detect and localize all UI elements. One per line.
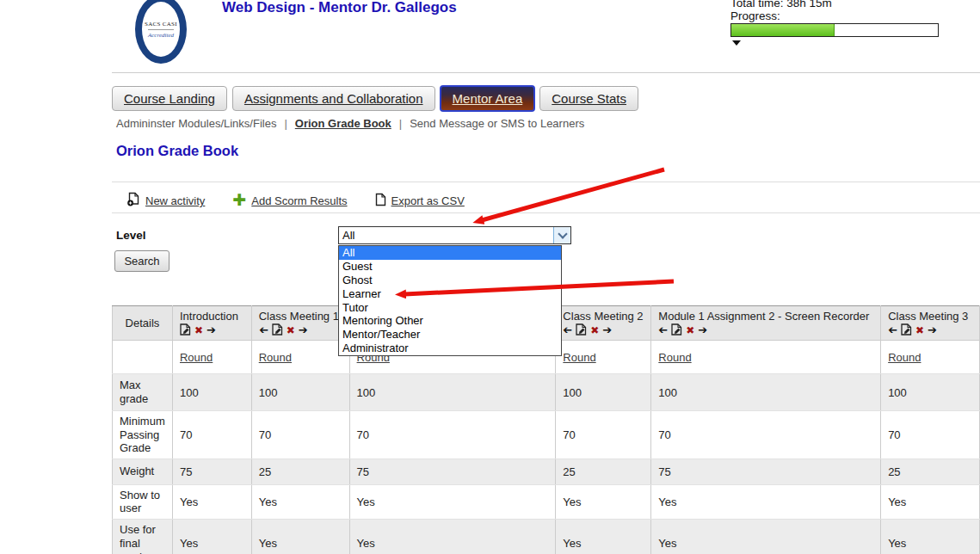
column-actions: ✖➔: [180, 324, 244, 336]
value-cell: 75: [172, 459, 251, 484]
option-mentoring-other[interactable]: Mentoring Other: [339, 314, 561, 328]
value-cell: 100: [349, 374, 556, 411]
option-tutor[interactable]: Tutor: [339, 301, 561, 315]
edit-activity-icon[interactable]: [272, 323, 283, 338]
move-left-icon[interactable]: ➔: [563, 325, 572, 335]
move-right-icon[interactable]: ➔: [206, 325, 216, 335]
csv-file-icon: [375, 193, 386, 210]
column-title: Class Meeting 3: [888, 310, 972, 323]
delete-activity-icon[interactable]: ✖: [686, 325, 694, 335]
edit-activity-icon[interactable]: [180, 323, 191, 338]
column-title: Class Meeting 1: [259, 310, 342, 323]
row-label: Max grade: [113, 374, 173, 411]
column-actions: ➔✖➔: [658, 324, 873, 336]
value-cell: Yes: [251, 484, 349, 519]
value-cell: 100: [172, 374, 251, 411]
badge-line2: Accredited: [148, 32, 174, 39]
course-title: Web Design - Mentor Dr. Gallegos: [222, 0, 457, 16]
row-label: Weight: [113, 459, 173, 484]
move-left-icon[interactable]: ➔: [888, 325, 897, 335]
search-button[interactable]: Search: [114, 250, 169, 272]
value-cell: Yes: [881, 484, 980, 519]
header-divider: [112, 72, 980, 73]
page: { "header": { "logo": {"line1": "SACS CA…: [0, 0, 980, 554]
row-label: Minimum Passing Grade: [113, 411, 173, 459]
edit-activity-icon[interactable]: [671, 323, 682, 338]
column-actions: ➔✖➔: [888, 324, 972, 336]
progress-bar: [730, 23, 939, 37]
delete-activity-icon[interactable]: ✖: [287, 325, 295, 335]
delete-activity-icon[interactable]: ✖: [194, 325, 203, 335]
value-cell: Yes: [556, 484, 651, 519]
value-cell: 70: [556, 411, 651, 459]
value-cell: 100: [556, 374, 651, 411]
delete-activity-icon[interactable]: ✖: [590, 325, 599, 335]
row-label-text: Show to user: [120, 489, 165, 515]
tab-label: Mentor Area: [453, 91, 523, 106]
round-link[interactable]: Round: [180, 351, 213, 364]
export-as-csv-link[interactable]: Export as CSV: [375, 193, 465, 210]
toolbar-link-label: Export as CSV: [391, 194, 465, 207]
tab-course-stats[interactable]: Course Stats: [539, 86, 638, 111]
value-cell: 70: [172, 411, 251, 459]
caret-down-icon[interactable]: [732, 40, 741, 46]
column-title: Class Meeting 2: [563, 310, 644, 323]
table-row-max-grade: Max grade100100100100100100: [113, 374, 980, 411]
round-link[interactable]: Round: [658, 351, 691, 364]
value-cell: 100: [881, 374, 980, 411]
tab-assignments-and-collaboration[interactable]: Assignments and Collaboration: [232, 86, 435, 111]
value-cell: 100: [651, 374, 881, 411]
option-guest[interactable]: Guest: [339, 260, 561, 274]
round-link[interactable]: Round: [259, 351, 292, 364]
toolbar-link-label: Add Scorm Results: [251, 194, 347, 207]
delete-activity-icon[interactable]: ✖: [915, 325, 924, 335]
move-left-icon[interactable]: ➔: [658, 325, 668, 335]
row-label: Use for final grade: [113, 519, 173, 554]
subnav-item-send-message-or-sms-to-learners[interactable]: Send Message or SMS to Learners: [410, 117, 584, 130]
toolbar-link-label: New activity: [145, 194, 205, 207]
subnav-item-admininster-modules-links-files[interactable]: Admininster Modules/Links/Files: [116, 117, 276, 130]
move-right-icon[interactable]: ➔: [928, 325, 937, 335]
round-link[interactable]: Round: [888, 351, 921, 364]
option-learner[interactable]: Learner: [339, 287, 561, 301]
subnav-separator: |: [284, 117, 287, 130]
tab-course-landing[interactable]: Course Landing: [112, 86, 227, 111]
table-row-weight: Weight752575257525: [113, 459, 980, 484]
level-select[interactable]: All: [338, 226, 571, 244]
value-cell: Yes: [556, 519, 651, 554]
round-link[interactable]: Round: [563, 351, 595, 364]
option-administrator[interactable]: Administrator: [339, 342, 561, 355]
column-header-class-meeting-2: Class Meeting 2➔✖➔: [556, 306, 651, 341]
column-header-module-1-assignment-2-screen-recorder: Module 1 Assignment 2 - Screen Recorder➔…: [651, 306, 881, 341]
row-label-text: Minimum Passing Grade: [120, 415, 165, 455]
new-activity-link[interactable]: New activity: [127, 192, 205, 210]
toolbar-divider-top: [112, 182, 980, 182]
sacs-casi-accreditation-badge: SACS CASI Accredited: [135, 0, 187, 64]
add-scorm-results-link[interactable]: ✚Add Scorm Results: [232, 194, 347, 209]
option-ghost[interactable]: Ghost: [339, 274, 561, 287]
toolbar-divider-bottom: [112, 212, 980, 213]
edit-activity-icon[interactable]: [901, 323, 912, 338]
total-time-text: Total time: 38h 15m: [730, 0, 832, 9]
edit-activity-icon[interactable]: [576, 323, 587, 338]
row-label-text: Max grade: [120, 379, 165, 405]
subnav-item-orion-grade-book[interactable]: Orion Grade Book: [295, 117, 391, 130]
row-label-text: Weight: [120, 465, 165, 478]
option-all[interactable]: All: [339, 246, 561, 260]
move-right-icon[interactable]: ➔: [602, 325, 612, 335]
column-header-class-meeting-1: Class Meeting 1➔✖➔: [251, 306, 349, 341]
value-cell: 25: [251, 459, 349, 484]
move-left-icon[interactable]: ➔: [259, 325, 268, 335]
column-header-class-meeting-3: Class Meeting 3➔✖➔: [881, 306, 980, 341]
move-right-icon[interactable]: ➔: [299, 325, 308, 335]
value-cell: Yes: [349, 519, 556, 554]
value-cell: 25: [881, 459, 980, 484]
chevron-down-icon[interactable]: [553, 227, 570, 243]
tab-mentor-area[interactable]: Mentor Area: [440, 85, 536, 112]
badge-line1: SACS CASI: [145, 21, 177, 28]
new-activity-icon: [127, 192, 140, 210]
row-label: Show to user: [113, 484, 173, 519]
option-mentor-teacher[interactable]: Mentor/Teacher: [339, 328, 561, 342]
move-right-icon[interactable]: ➔: [698, 325, 707, 335]
add-plus-icon: ✚: [232, 191, 246, 209]
